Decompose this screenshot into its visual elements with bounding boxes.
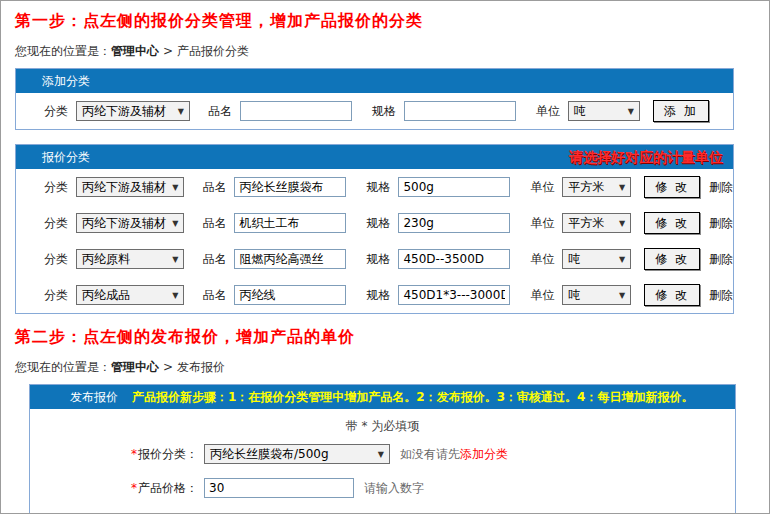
chevron-down-icon: ▼ [172, 183, 178, 192]
edit-button[interactable]: 修 改 [644, 248, 700, 270]
spec-label: 规格 [372, 103, 396, 120]
category-list-panel-title: 报价分类 [16, 145, 90, 169]
category-select-value: 丙纶原料 [82, 251, 130, 268]
category-select[interactable]: 丙纶原料▼ [76, 249, 184, 269]
spec-label: 规格 [366, 179, 390, 196]
add-category-panel: 添加分类 分类 丙纶下游及辅材 ▼ 品名 规格 单位 吨 ▼ 添 加 [15, 68, 734, 130]
add-category-panel-header: 添加分类 [16, 69, 733, 93]
publish-quote-panel-header: 发布报价 产品报价新步骤：1：在报价分类管理中增加产品名。2：发布报价。3：审核… [30, 385, 735, 409]
unit-select[interactable]: 吨▼ [562, 249, 631, 269]
chevron-down-icon: ▼ [619, 255, 625, 264]
chevron-down-icon: ▼ [619, 183, 625, 192]
spec-label: 规格 [366, 215, 390, 232]
unit-select[interactable]: 吨 ▼ [568, 101, 640, 121]
name-input[interactable] [234, 249, 346, 269]
spec-input[interactable] [398, 177, 510, 197]
page: 第一步：点左侧的报价分类管理，增加产品报价的分类 您现在的位置是：管理中心>产品… [0, 0, 770, 514]
category-label: 分类 [44, 287, 68, 304]
quote-category-select-value: 丙纶长丝膜袋布/500g [210, 446, 329, 463]
add-category-panel-title: 添加分类 [16, 69, 90, 93]
breadcrumb-section[interactable]: 管理中心 [111, 44, 159, 58]
name-input[interactable] [234, 213, 346, 233]
breadcrumb-separator: > [163, 360, 173, 374]
unit-label: 单位 [530, 251, 554, 268]
publish-quote-panel: 发布报价 产品报价新步骤：1：在报价分类管理中增加产品名。2：发布报价。3：审核… [29, 384, 736, 514]
spec-input[interactable] [398, 285, 510, 305]
name-label: 品名 [202, 287, 226, 304]
chevron-down-icon: ▼ [619, 219, 625, 228]
category-label: 分类 [44, 103, 68, 120]
publish-steps-notice: 产品报价新步骤：1：在报价分类管理中增加产品名。2：发布报价。3：审核通过。4：… [132, 385, 693, 409]
chevron-down-icon: ▼ [619, 291, 625, 300]
name-label: 品名 [202, 215, 226, 232]
category-label: 分类 [44, 251, 68, 268]
unit-select-value: 吨 [568, 287, 580, 304]
step2-title: 第二步：点左侧的发布报价，增加产品的单价 [15, 327, 769, 348]
spec-input[interactable] [398, 249, 510, 269]
unit-label: 单位 [530, 215, 554, 232]
quote-category-hint: 如没有请先添加分类 [400, 446, 508, 463]
breadcrumb-step2: 您现在的位置是：管理中心>发布报价 [15, 359, 769, 376]
unit-label: 单位 [530, 179, 554, 196]
unit-select[interactable]: 吨▼ [562, 285, 631, 305]
spec-label: 规格 [366, 287, 390, 304]
unit-select[interactable]: 平方米▼ [562, 213, 631, 233]
chevron-down-icon: ▼ [178, 107, 184, 116]
add-category-row: 分类 丙纶下游及辅材 ▼ 品名 规格 单位 吨 ▼ 添 加 [16, 93, 733, 129]
quote-category-select[interactable]: 丙纶长丝膜袋布/500g ▼ [204, 444, 390, 464]
required-fields-note: 带 * 为必填项 [30, 409, 735, 437]
spec-label: 规格 [366, 251, 390, 268]
chevron-down-icon: ▼ [172, 219, 178, 228]
price-hint: 请输入数字 [364, 480, 424, 497]
name-input[interactable] [234, 285, 346, 305]
step1-title: 第一步：点左侧的报价分类管理，增加产品报价的分类 [15, 11, 769, 32]
unit-select[interactable]: 平方米▼ [562, 177, 631, 197]
quote-category-row: *报价分类： 丙纶长丝膜袋布/500g ▼ 如没有请先添加分类 [30, 437, 735, 471]
category-label: 分类 [44, 215, 68, 232]
category-list-panel-header: 报价分类 请选择好对应的计量单位 [16, 145, 733, 169]
edit-button[interactable]: 修 改 [644, 284, 700, 306]
table-row: 分类 丙纶下游及辅材▼ 品名 规格 单位 平方米▼ 修 改 删除 [16, 169, 733, 205]
submit-row: 提 交 [30, 505, 735, 514]
quote-category-hint-text: 如没有请先 [400, 447, 460, 461]
chevron-down-icon: ▼ [172, 255, 178, 264]
delete-link[interactable]: 删除 [709, 251, 733, 268]
table-row: 分类 丙纶下游及辅材▼ 品名 规格 单位 平方米▼ 修 改 删除 [16, 205, 733, 241]
breadcrumb-prefix: 您现在的位置是： [15, 360, 111, 374]
spec-input[interactable] [398, 213, 510, 233]
add-button[interactable]: 添 加 [653, 100, 709, 122]
breadcrumb-page: 发布报价 [177, 360, 225, 374]
breadcrumb-separator: > [163, 44, 173, 58]
category-select-value: 丙纶下游及辅材 [82, 179, 166, 196]
breadcrumb-step1: 您现在的位置是：管理中心>产品报价分类 [15, 43, 769, 60]
delete-link[interactable]: 删除 [709, 215, 733, 232]
quote-category-label-text: 报价分类： [138, 447, 198, 461]
name-input[interactable] [240, 101, 352, 121]
required-mark: * [131, 447, 137, 461]
table-row: 分类 丙纶成品▼ 品名 规格 单位 吨▼ 修 改 删除 [16, 277, 733, 313]
breadcrumb-section[interactable]: 管理中心 [111, 360, 159, 374]
category-select[interactable]: 丙纶下游及辅材▼ [76, 177, 184, 197]
add-category-link[interactable]: 添加分类 [460, 447, 508, 461]
unit-reminder-notice: 请选择好对应的计量单位 [569, 145, 733, 169]
spec-input[interactable] [404, 101, 516, 121]
edit-button[interactable]: 修 改 [644, 176, 700, 198]
name-label: 品名 [208, 103, 232, 120]
category-select[interactable]: 丙纶成品▼ [76, 285, 184, 305]
delete-link[interactable]: 删除 [709, 287, 733, 304]
product-price-label-text: 产品价格： [138, 481, 198, 495]
category-select[interactable]: 丙纶下游及辅材▼ [76, 213, 184, 233]
publish-quote-panel-title: 发布报价 [30, 385, 118, 409]
category-select-value: 丙纶成品 [82, 287, 130, 304]
delete-link[interactable]: 删除 [709, 179, 733, 196]
breadcrumb-page: 产品报价分类 [177, 44, 249, 58]
table-row: 分类 丙纶原料▼ 品名 规格 单位 吨▼ 修 改 删除 [16, 241, 733, 277]
chevron-down-icon: ▼ [378, 450, 384, 459]
product-price-input[interactable] [204, 478, 354, 498]
name-input[interactable] [234, 177, 346, 197]
category-select[interactable]: 丙纶下游及辅材 ▼ [76, 101, 190, 121]
unit-select-value: 吨 [574, 103, 586, 120]
quote-category-label: *报价分类： [30, 446, 198, 463]
breadcrumb-prefix: 您现在的位置是： [15, 44, 111, 58]
edit-button[interactable]: 修 改 [644, 212, 700, 234]
